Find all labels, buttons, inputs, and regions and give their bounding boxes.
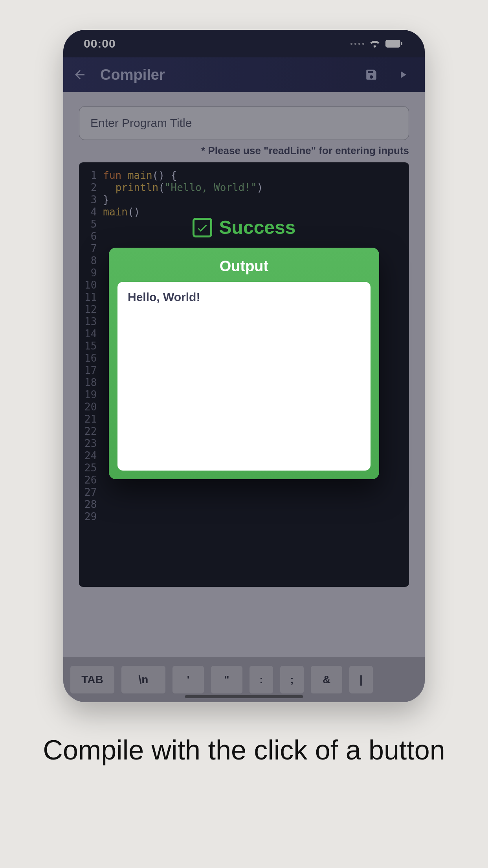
play-icon [397, 69, 409, 81]
svg-rect-0 [386, 40, 400, 47]
appbar-title: Compiler [100, 66, 351, 83]
status-bar: 00:00 [63, 30, 425, 57]
key-sym[interactable]: ; [280, 666, 304, 693]
output-modal[interactable]: Output Hello, World! [109, 248, 379, 479]
output-text: Hello, World! [117, 282, 371, 471]
save-button[interactable] [360, 64, 382, 86]
status-right [350, 39, 403, 48]
program-title-input[interactable] [79, 106, 409, 140]
wifi-icon [369, 39, 381, 48]
output-title: Output [117, 255, 371, 282]
phone-frame: 00:00 Compiler * Please use "readLine" f… [63, 30, 425, 702]
input-hint: * Please use "readLine" for entering inp… [63, 140, 425, 157]
run-button[interactable] [392, 64, 414, 86]
line-gutter: 1234567891011121314151617181920212223242… [79, 162, 101, 587]
battery-icon [385, 40, 403, 48]
status-time: 00:00 [84, 37, 116, 50]
key-sym[interactable]: " [211, 666, 242, 693]
key-symn[interactable]: \n [121, 666, 165, 693]
cellular-icon [350, 43, 364, 45]
arrow-left-icon [73, 68, 87, 82]
key-TAB[interactable]: TAB [70, 666, 114, 693]
key-sym[interactable]: & [311, 666, 342, 693]
key-sym[interactable]: : [250, 666, 273, 693]
home-indicator [185, 695, 303, 698]
save-icon [365, 68, 378, 81]
svg-rect-1 [401, 42, 402, 45]
back-button[interactable] [69, 64, 91, 86]
key-sym[interactable]: | [349, 666, 373, 693]
app-bar: Compiler [63, 57, 425, 92]
key-sym[interactable]: ' [172, 666, 204, 693]
marketing-caption: Compile with the click of a button [28, 734, 460, 767]
